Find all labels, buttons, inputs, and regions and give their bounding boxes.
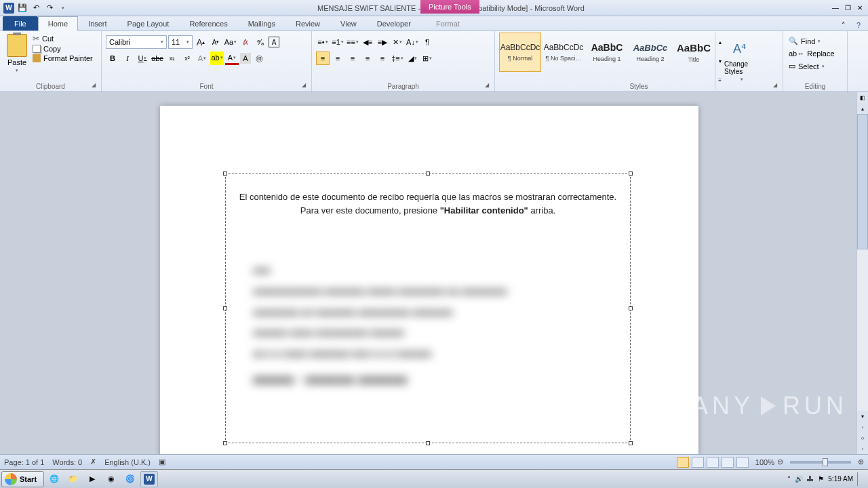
underline-button[interactable]: U — [136, 52, 149, 65]
taskbar-ie[interactable]: 🌐 — [45, 471, 63, 487]
character-border-button[interactable]: A — [269, 37, 279, 47]
next-page-button[interactable]: ◦ — [857, 443, 868, 454]
resize-handle[interactable] — [223, 441, 227, 445]
view-draft[interactable] — [736, 457, 749, 468]
zoom-out-button[interactable]: ⊖ — [777, 458, 783, 466]
align-left-button[interactable]: ≡ — [316, 52, 330, 65]
scroll-track[interactable] — [857, 114, 868, 411]
view-print-layout[interactable] — [677, 457, 689, 468]
tab-format[interactable]: Format — [426, 16, 470, 30]
status-language[interactable]: English (U.K.) — [104, 458, 151, 466]
tray-volume-icon[interactable]: 🔊 — [795, 475, 803, 483]
phonetic-guide-button[interactable]: ᵃ⁄ₐ — [254, 35, 267, 49]
asian-layout-button[interactable]: ✕ — [391, 35, 404, 49]
shrink-font-button[interactable]: A▾ — [209, 35, 222, 49]
tab-developer[interactable]: Developer — [367, 16, 421, 30]
show-marks-button[interactable]: ¶ — [420, 35, 434, 49]
vertical-scrollbar[interactable]: ◧ ▴ ▾ ◦ ○ ◦ — [856, 92, 868, 454]
enclose-characters-button[interactable]: ㊕ — [252, 52, 266, 65]
sort-button[interactable]: A↓ — [406, 35, 419, 49]
numbering-button[interactable]: ≡1 — [331, 35, 344, 49]
format-painter-button[interactable]: Format Painter — [33, 54, 93, 62]
cut-button[interactable]: ✂Cut — [33, 34, 93, 43]
highlight-button[interactable]: ab — [210, 52, 224, 65]
gallery-scroll-down[interactable]: ▾ — [715, 52, 724, 70]
zoom-slider[interactable] — [790, 461, 851, 464]
view-outline[interactable] — [722, 457, 734, 468]
view-full-screen[interactable] — [692, 457, 704, 468]
bullets-button[interactable]: ≡• — [316, 35, 330, 49]
undo-button[interactable]: ↶ — [30, 2, 42, 14]
taskbar-word[interactable]: W — [140, 471, 158, 487]
superscript-button[interactable]: x² — [180, 52, 194, 65]
style-normal[interactable]: AaBbCcDc¶ Normal — [499, 33, 541, 72]
borders-button[interactable]: ⊞ — [420, 52, 434, 65]
tab-references[interactable]: References — [179, 16, 237, 30]
styles-launcher[interactable]: ◢ — [773, 82, 781, 90]
resize-handle[interactable] — [629, 171, 633, 176]
zoom-in-button[interactable]: ⊕ — [858, 458, 864, 466]
character-shading-button[interactable]: A — [240, 53, 251, 64]
help-icon[interactable]: ? — [853, 20, 864, 30]
resize-handle[interactable] — [426, 171, 430, 176]
clipboard-launcher[interactable]: ◢ — [92, 82, 100, 90]
show-desktop-button[interactable] — [857, 472, 863, 486]
ruler-toggle[interactable]: ◧ — [857, 92, 868, 103]
view-web-layout[interactable] — [707, 457, 719, 468]
close-button[interactable]: ✕ — [854, 3, 865, 13]
qat-customize[interactable]: ▾ — [57, 2, 69, 14]
italic-button[interactable]: I — [121, 52, 134, 65]
shading-button[interactable]: ◢ — [406, 52, 419, 65]
clear-formatting-button[interactable]: A̷ — [239, 35, 252, 49]
tab-view[interactable]: View — [330, 16, 367, 30]
tab-mailings[interactable]: Mailings — [238, 16, 285, 30]
line-spacing-button[interactable]: ‡≡ — [391, 52, 404, 65]
tab-home[interactable]: Home — [38, 16, 78, 31]
restore-button[interactable]: ❐ — [842, 3, 853, 13]
status-words[interactable]: Words: 0 — [52, 458, 82, 466]
grow-font-button[interactable]: A▴ — [194, 35, 208, 49]
change-styles-button[interactable]: A⁴ Change Styles ▾ — [724, 33, 760, 90]
find-button[interactable]: 🔍Find▾ — [787, 35, 843, 47]
save-button[interactable]: 💾 — [16, 2, 28, 14]
replace-button[interactable]: ab↔Replace — [787, 48, 843, 59]
zoom-level[interactable]: 100% — [755, 458, 774, 466]
select-button[interactable]: ▭Select▾ — [787, 60, 843, 72]
tray-clock[interactable]: 5:19 AM — [828, 475, 853, 483]
tab-insert[interactable]: Insert — [78, 16, 117, 30]
resize-handle[interactable] — [426, 441, 430, 445]
tab-file[interactable]: File — [3, 16, 38, 30]
scroll-thumb[interactable] — [857, 114, 868, 249]
font-color-button[interactable]: A — [225, 52, 239, 65]
scroll-up-button[interactable]: ▴ — [857, 103, 868, 114]
decrease-indent-button[interactable]: ◀≡ — [361, 35, 374, 49]
tab-page-layout[interactable]: Page Layout — [117, 16, 180, 30]
tab-review[interactable]: Review — [285, 16, 330, 30]
paste-button[interactable]: Paste ▾ — [4, 33, 30, 90]
status-proofing-icon[interactable]: ✗ — [90, 458, 96, 466]
subscript-button[interactable]: x₂ — [165, 52, 179, 65]
browse-object-button[interactable]: ○ — [857, 432, 868, 443]
tray-expand-icon[interactable]: ˄ — [787, 475, 791, 483]
strikethrough-button[interactable]: abc — [151, 52, 164, 65]
minimize-ribbon-icon[interactable]: ˄ — [838, 20, 849, 30]
document-page[interactable]: El contenido de este documento de recibo… — [160, 106, 698, 454]
align-right-button[interactable]: ≡ — [346, 52, 359, 65]
style-title[interactable]: AaBbCTitle — [673, 33, 715, 72]
redo-button[interactable]: ↷ — [43, 2, 56, 14]
taskbar-chrome[interactable]: ◉ — [102, 471, 120, 487]
font-name-select[interactable]: Calibri▾ — [106, 35, 167, 49]
status-macro-icon[interactable]: ▣ — [159, 458, 165, 466]
word-app-icon[interactable]: W — [3, 2, 15, 14]
font-size-select[interactable]: 11▾ — [168, 35, 193, 49]
taskbar-media[interactable]: ▶ — [83, 471, 101, 487]
paragraph-launcher[interactable]: ◢ — [485, 82, 493, 90]
text-effects-button[interactable]: A — [195, 52, 209, 65]
align-center-button[interactable]: ≡ — [331, 52, 344, 65]
style-no-spacing[interactable]: AaBbCcDc¶ No Spaci… — [542, 33, 585, 72]
taskbar-explorer[interactable]: 📁 — [64, 471, 82, 487]
taskbar-edge[interactable]: 🌀 — [121, 471, 139, 487]
tray-network-icon[interactable]: 🖧 — [807, 475, 814, 483]
font-launcher[interactable]: ◢ — [302, 82, 310, 90]
style-heading2[interactable]: AaBbCcHeading 2 — [629, 33, 671, 72]
